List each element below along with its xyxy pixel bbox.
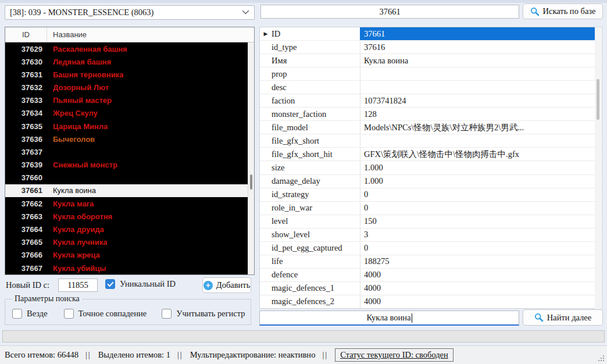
table-cell-id: 37634 (5, 109, 42, 117)
property-row[interactable]: ▶ id_pet_egg_captured 0 (260, 242, 602, 255)
property-value[interactable]: 4000 (360, 269, 595, 281)
table-cell-name: Царица Минла (42, 122, 108, 131)
option-checkbox[interactable] (12, 309, 22, 319)
table-row[interactable]: 37663 Кукла оборотня (5, 210, 254, 223)
property-value[interactable]: 188275 (360, 255, 595, 268)
table-row[interactable]: 37660 (5, 172, 254, 184)
search-icon (530, 7, 540, 16)
table-row[interactable]: 37636 Бычеголов (5, 133, 254, 145)
property-value[interactable]: Кукла воина (360, 54, 595, 67)
row-indicator: ▶ (260, 121, 272, 134)
property-row[interactable]: ▶ magic_defences_1 4000 (260, 282, 602, 295)
property-row[interactable]: ▶ prop (260, 67, 602, 81)
unique-id-checkbox[interactable] (105, 279, 115, 289)
id-search-input[interactable] (260, 5, 519, 19)
property-row[interactable]: ▶ size 1.000 (260, 161, 602, 174)
property-value[interactable]: 4000 (360, 295, 595, 308)
row-indicator: ▶ (260, 148, 272, 160)
property-row[interactable]: ▶ Имя Кукла воина (260, 54, 602, 67)
scrollbar-thumb[interactable] (597, 79, 599, 120)
option-checkbox[interactable] (64, 309, 74, 319)
option-checkbox[interactable] (162, 309, 172, 319)
property-value[interactable]: 128 (360, 108, 595, 120)
property-row[interactable]: ▶ magic_defences_2 4000 (260, 295, 602, 308)
table-row[interactable]: 37637 (5, 145, 254, 158)
table-row[interactable]: 37634 Жрец Скулу (5, 107, 254, 120)
property-value[interactable] (360, 67, 595, 80)
property-row[interactable]: ▶ level 150 (260, 215, 602, 229)
table-cell-name: Жрец Скулу (42, 109, 98, 117)
property-value[interactable]: 1.000 (360, 161, 595, 174)
property-value[interactable] (360, 134, 595, 147)
scrollbar-thumb[interactable] (250, 174, 252, 190)
table-row[interactable]: 37633 Пьяный мастер (5, 94, 254, 107)
table-cell-id: 37631 (5, 70, 42, 79)
property-value[interactable]: 4000 (360, 282, 595, 295)
property-value[interactable]: 150 (360, 215, 595, 228)
property-value[interactable]: 1.000 (360, 175, 595, 188)
property-value[interactable]: 3 (360, 229, 595, 241)
table-row[interactable]: 37635 Царица Минла (5, 120, 254, 133)
property-key: id_strategy (272, 188, 360, 201)
property-value[interactable]: GFX\策划联入\怪物击中\怪物肉搏击中.gfx (360, 148, 595, 160)
table-cell-name: Кукла оборотня (42, 212, 112, 221)
property-row[interactable]: ▶ id_type 37616 (260, 41, 602, 54)
find-next-button[interactable]: Найти далее (523, 309, 603, 326)
property-row[interactable]: ▶ show_level 3 (260, 229, 602, 242)
option-label: Учитывать регистр (176, 309, 245, 319)
table-row[interactable]: 37631 Башня терновника (5, 68, 254, 81)
table-row[interactable]: 37661 Кукла воина (5, 184, 254, 197)
column-header-id[interactable]: ID (5, 27, 47, 42)
row-indicator: ▶ (260, 27, 272, 40)
property-row[interactable]: ▶ role_in_war 0 (260, 202, 602, 215)
table-row[interactable]: 37629 Раскаленная башня (5, 42, 254, 55)
row-indicator: ▶ (260, 81, 272, 94)
property-value[interactable]: 0 (360, 202, 595, 215)
property-row[interactable]: ▶ file_gfx_short (260, 134, 602, 148)
property-value[interactable]: 37616 (360, 41, 595, 53)
table-row[interactable]: 37664 Кукла друида (5, 223, 254, 235)
table-cell-id: 37664 (5, 225, 42, 234)
property-row[interactable]: ▶ damage_delay 1.000 (260, 175, 602, 188)
property-key: faction (272, 94, 360, 107)
item-table-scrollbar[interactable] (248, 42, 254, 274)
add-button[interactable]: + Добавить (202, 277, 251, 293)
table-row[interactable]: 37639 Снежный монстр (5, 159, 254, 172)
property-row[interactable]: ▶ monster_faction 128 (260, 108, 602, 121)
status-text[interactable]: Статус текущего ID: свободен (335, 348, 454, 362)
property-value[interactable]: 1073741824 (360, 94, 595, 107)
table-row[interactable]: 37662 Кукла мага (5, 197, 254, 210)
property-row[interactable]: ▶ desc (260, 81, 602, 94)
property-row[interactable]: ▶ file_model Models\NPCs\怪物\灵族\对立种族男2\男武… (260, 121, 602, 134)
table-row[interactable]: 37632 Дозорный Лют (5, 81, 254, 94)
window-top-edge (0, 0, 607, 3)
name-search-input[interactable]: Кукла воина (259, 311, 519, 326)
table-row[interactable]: 37630 Ледяная башня (5, 55, 254, 68)
property-value[interactable]: Models\NPCs\怪物\灵族\对立种族男2\男武... (360, 121, 595, 134)
search-db-button[interactable]: Искать по базе (523, 3, 603, 19)
new-id-input[interactable] (58, 279, 98, 292)
property-row[interactable]: ▶ ID 37661 (260, 27, 602, 41)
property-value[interactable]: 37661 (360, 27, 595, 40)
property-row[interactable]: ▶ defence 4000 (260, 269, 602, 282)
property-value[interactable]: 0 (360, 242, 595, 255)
resize-grip[interactable] (597, 354, 605, 362)
property-row[interactable]: ▶ faction 1073741824 (260, 94, 602, 108)
property-value[interactable] (360, 81, 595, 94)
property-row[interactable]: ▶ id_strategy 0 (260, 188, 602, 202)
column-header-name[interactable]: Название (47, 30, 87, 39)
table-selector-dropdown[interactable]: [38]: 039 - MONSTER_ESSENCE (8063) (5, 5, 255, 20)
property-row[interactable]: ▶ life 188275 (260, 255, 602, 269)
table-cell-name: Дозорный Лют (42, 83, 109, 92)
table-row[interactable]: 37667 Кукла убийцы (5, 262, 254, 274)
status-text: Выделено итемов: 1 (98, 350, 170, 360)
option-label: Точное совпадение (78, 309, 147, 319)
property-grid-scrollbar[interactable] (595, 28, 601, 309)
row-indicator: ▶ (260, 161, 272, 174)
table-cell-name: Кукла друида (42, 225, 104, 234)
property-row[interactable]: ▶ file_gfx_short_hit GFX\策划联入\怪物击中\怪物肉搏击… (260, 148, 602, 161)
property-value[interactable]: 0 (360, 188, 595, 201)
table-row[interactable]: 37665 Кукла лучника (5, 236, 254, 249)
row-indicator-arrow: ▶ (264, 31, 268, 37)
table-row[interactable]: 37666 Кукла жреца (5, 249, 254, 262)
